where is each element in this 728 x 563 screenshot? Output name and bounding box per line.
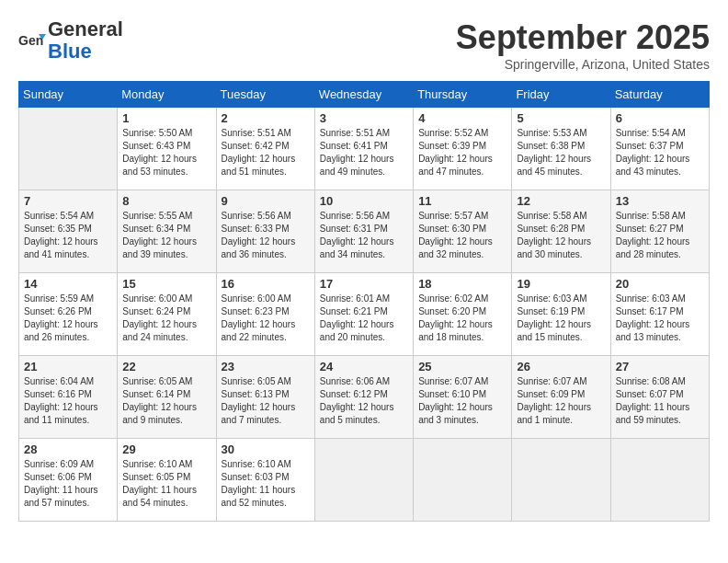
day-number: 6 <box>616 111 704 125</box>
weekday-header: Tuesday <box>216 82 314 108</box>
calendar-cell: 18Sunrise: 6:02 AM Sunset: 6:20 PM Dayli… <box>414 273 512 356</box>
cell-info: Sunrise: 5:54 AM Sunset: 6:35 PM Dayligh… <box>24 210 112 261</box>
day-number: 24 <box>320 360 408 373</box>
day-number: 12 <box>517 194 605 208</box>
calendar-cell: 15Sunrise: 6:00 AM Sunset: 6:24 PM Dayli… <box>118 273 216 356</box>
day-number: 15 <box>122 277 210 291</box>
calendar-cell: 5Sunrise: 5:53 AM Sunset: 6:38 PM Daylig… <box>512 108 610 190</box>
cell-info: Sunrise: 5:52 AM Sunset: 6:39 PM Dayligh… <box>418 127 506 178</box>
day-number: 16 <box>222 277 310 291</box>
cell-info: Sunrise: 5:57 AM Sunset: 6:30 PM Dayligh… <box>418 210 506 261</box>
calendar-cell <box>19 108 118 190</box>
cell-info: Sunrise: 6:05 AM Sunset: 6:14 PM Dayligh… <box>122 375 210 427</box>
day-number: 30 <box>222 442 310 456</box>
calendar-cell: 1Sunrise: 5:50 AM Sunset: 6:43 PM Daylig… <box>118 108 216 190</box>
calendar-cell: 16Sunrise: 6:00 AM Sunset: 6:23 PM Dayli… <box>216 273 314 356</box>
day-number: 10 <box>320 194 408 208</box>
calendar-cell: 30Sunrise: 6:10 AM Sunset: 6:03 PM Dayli… <box>216 439 314 522</box>
day-number: 23 <box>222 360 310 373</box>
cell-info: Sunrise: 5:51 AM Sunset: 6:41 PM Dayligh… <box>320 127 408 178</box>
cell-info: Sunrise: 5:58 AM Sunset: 6:27 PM Dayligh… <box>616 210 704 261</box>
day-number: 5 <box>517 111 605 125</box>
day-number: 19 <box>517 277 605 291</box>
calendar-cell: 10Sunrise: 5:56 AM Sunset: 6:31 PM Dayli… <box>314 190 413 273</box>
calendar-cell <box>314 439 413 522</box>
calendar-body: 1Sunrise: 5:50 AM Sunset: 6:43 PM Daylig… <box>19 108 710 522</box>
calendar-cell: 11Sunrise: 5:57 AM Sunset: 6:30 PM Dayli… <box>414 190 512 273</box>
cell-info: Sunrise: 6:08 AM Sunset: 6:07 PM Dayligh… <box>616 375 704 427</box>
calendar-cell: 26Sunrise: 6:07 AM Sunset: 6:09 PM Dayli… <box>512 356 610 439</box>
cell-info: Sunrise: 5:56 AM Sunset: 6:31 PM Dayligh… <box>320 210 408 261</box>
logo-icon: Gen <box>18 27 46 54</box>
calendar-week-row: 7Sunrise: 5:54 AM Sunset: 6:35 PM Daylig… <box>19 190 710 273</box>
cell-info: Sunrise: 6:02 AM Sunset: 6:20 PM Dayligh… <box>418 293 506 344</box>
calendar-cell: 3Sunrise: 5:51 AM Sunset: 6:41 PM Daylig… <box>314 108 413 190</box>
cell-info: Sunrise: 5:59 AM Sunset: 6:26 PM Dayligh… <box>24 293 112 344</box>
cell-info: Sunrise: 6:01 AM Sunset: 6:21 PM Dayligh… <box>320 293 408 344</box>
page-header: Gen General Blue September 2025 Springer… <box>18 18 710 72</box>
calendar-cell: 17Sunrise: 6:01 AM Sunset: 6:21 PM Dayli… <box>314 273 413 356</box>
logo-line2: Blue <box>48 40 92 63</box>
weekday-header: Wednesday <box>314 82 413 108</box>
calendar-cell: 22Sunrise: 6:05 AM Sunset: 6:14 PM Dayli… <box>118 356 216 439</box>
day-number: 25 <box>418 360 506 373</box>
cell-info: Sunrise: 5:53 AM Sunset: 6:38 PM Dayligh… <box>517 127 605 178</box>
calendar-week-row: 1Sunrise: 5:50 AM Sunset: 6:43 PM Daylig… <box>19 108 710 190</box>
calendar-cell: 20Sunrise: 6:03 AM Sunset: 6:17 PM Dayli… <box>610 273 709 356</box>
logo-line1: General <box>48 17 123 40</box>
calendar-cell <box>512 439 610 522</box>
day-number: 3 <box>320 111 408 125</box>
cell-info: Sunrise: 5:54 AM Sunset: 6:37 PM Dayligh… <box>616 127 704 178</box>
cell-info: Sunrise: 6:06 AM Sunset: 6:12 PM Dayligh… <box>320 375 408 427</box>
cell-info: Sunrise: 6:05 AM Sunset: 6:13 PM Dayligh… <box>222 375 310 427</box>
calendar-cell: 2Sunrise: 5:51 AM Sunset: 6:42 PM Daylig… <box>216 108 314 190</box>
day-number: 17 <box>320 277 408 291</box>
calendar-cell: 25Sunrise: 6:07 AM Sunset: 6:10 PM Dayli… <box>414 356 512 439</box>
weekday-header: Sunday <box>19 82 118 108</box>
cell-info: Sunrise: 6:10 AM Sunset: 6:05 PM Dayligh… <box>122 458 210 510</box>
calendar-cell <box>610 439 709 522</box>
weekday-header: Saturday <box>610 82 709 108</box>
calendar-cell: 29Sunrise: 6:10 AM Sunset: 6:05 PM Dayli… <box>118 439 216 522</box>
day-number: 18 <box>418 277 506 291</box>
calendar-cell: 23Sunrise: 6:05 AM Sunset: 6:13 PM Dayli… <box>216 356 314 439</box>
cell-info: Sunrise: 6:00 AM Sunset: 6:24 PM Dayligh… <box>122 293 210 344</box>
cell-info: Sunrise: 5:56 AM Sunset: 6:33 PM Dayligh… <box>222 210 310 261</box>
cell-info: Sunrise: 6:10 AM Sunset: 6:03 PM Dayligh… <box>222 458 310 510</box>
cell-info: Sunrise: 6:04 AM Sunset: 6:16 PM Dayligh… <box>24 375 112 427</box>
day-number: 14 <box>24 277 112 291</box>
day-number: 13 <box>616 194 704 208</box>
cell-info: Sunrise: 6:00 AM Sunset: 6:23 PM Dayligh… <box>222 293 310 344</box>
day-number: 2 <box>222 111 310 125</box>
month-title: September 2025 <box>456 18 710 57</box>
calendar-cell: 28Sunrise: 6:09 AM Sunset: 6:06 PM Dayli… <box>19 439 118 522</box>
cell-info: Sunrise: 5:50 AM Sunset: 6:43 PM Dayligh… <box>122 127 210 178</box>
calendar-cell: 4Sunrise: 5:52 AM Sunset: 6:39 PM Daylig… <box>414 108 512 190</box>
day-number: 27 <box>616 360 704 373</box>
day-number: 28 <box>24 442 112 456</box>
calendar-cell: 12Sunrise: 5:58 AM Sunset: 6:28 PM Dayli… <box>512 190 610 273</box>
cell-info: Sunrise: 6:07 AM Sunset: 6:09 PM Dayligh… <box>517 375 605 427</box>
weekday-header: Friday <box>512 82 610 108</box>
calendar-cell: 8Sunrise: 5:55 AM Sunset: 6:34 PM Daylig… <box>118 190 216 273</box>
day-number: 8 <box>122 194 210 208</box>
calendar-cell: 6Sunrise: 5:54 AM Sunset: 6:37 PM Daylig… <box>610 108 709 190</box>
calendar-cell: 7Sunrise: 5:54 AM Sunset: 6:35 PM Daylig… <box>19 190 118 273</box>
title-block: September 2025 Springerville, Arizona, U… <box>456 18 710 72</box>
calendar-cell: 27Sunrise: 6:08 AM Sunset: 6:07 PM Dayli… <box>610 356 709 439</box>
day-number: 26 <box>517 360 605 373</box>
day-number: 4 <box>418 111 506 125</box>
day-number: 11 <box>418 194 506 208</box>
day-number: 1 <box>122 111 210 125</box>
cell-info: Sunrise: 6:03 AM Sunset: 6:17 PM Dayligh… <box>616 293 704 344</box>
calendar-week-row: 28Sunrise: 6:09 AM Sunset: 6:06 PM Dayli… <box>19 439 710 522</box>
cell-info: Sunrise: 5:58 AM Sunset: 6:28 PM Dayligh… <box>517 210 605 261</box>
cell-info: Sunrise: 6:03 AM Sunset: 6:19 PM Dayligh… <box>517 293 605 344</box>
calendar-cell: 9Sunrise: 5:56 AM Sunset: 6:33 PM Daylig… <box>216 190 314 273</box>
day-number: 21 <box>24 360 112 373</box>
calendar-header-row: SundayMondayTuesdayWednesdayThursdayFrid… <box>19 82 710 108</box>
day-number: 7 <box>24 194 112 208</box>
cell-info: Sunrise: 5:51 AM Sunset: 6:42 PM Dayligh… <box>222 127 310 178</box>
calendar-week-row: 14Sunrise: 5:59 AM Sunset: 6:26 PM Dayli… <box>19 273 710 356</box>
day-number: 9 <box>222 194 310 208</box>
